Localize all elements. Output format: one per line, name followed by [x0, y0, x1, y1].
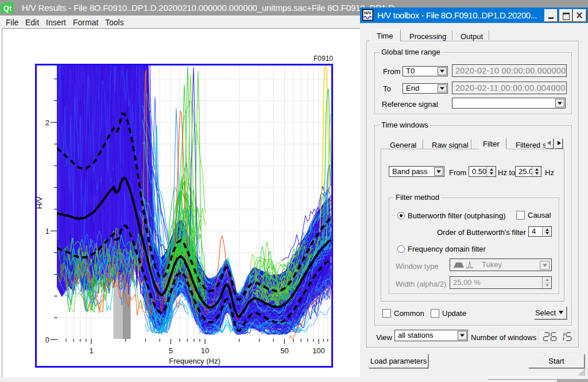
svg-text:50: 50 [280, 346, 288, 355]
svg-text:H/V: H/V [364, 10, 372, 16]
svg-text:F0910: F0910 [314, 55, 333, 63]
svg-text:2: 2 [45, 118, 49, 127]
svg-text:1: 1 [45, 227, 49, 236]
svg-text:0: 0 [45, 335, 49, 344]
svg-text:Qt: Qt [3, 4, 12, 13]
svg-text:Frequency (Hz): Frequency (Hz) [169, 357, 220, 365]
svg-text:5: 5 [169, 346, 173, 355]
svg-text:1: 1 [89, 346, 93, 355]
svg-text:100: 100 [312, 346, 325, 355]
svg-text:10: 10 [201, 346, 209, 355]
